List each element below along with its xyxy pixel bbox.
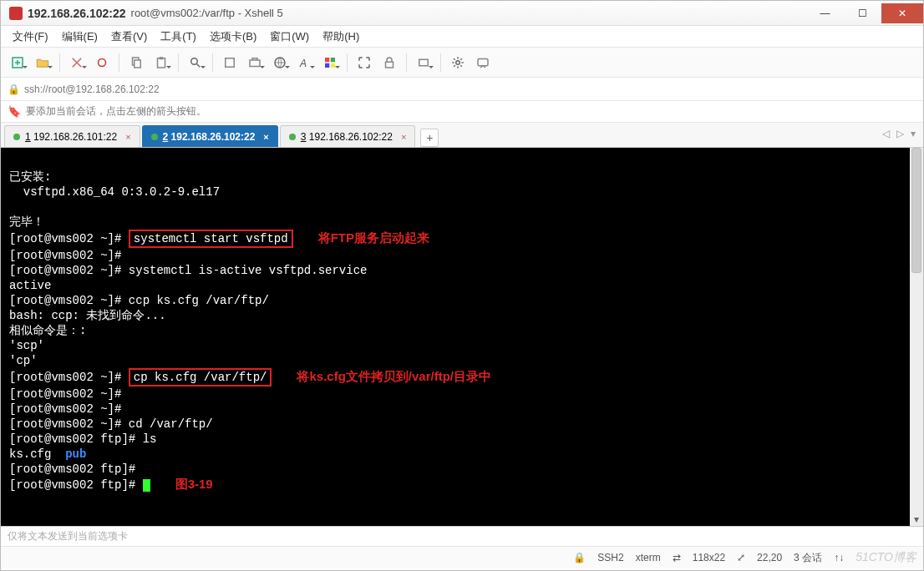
open-session-button[interactable] (31, 51, 54, 74)
hint-bar: 🔖 要添加当前会话，点击左侧的箭头按钮。 (1, 101, 923, 123)
term-line: [root@vms002 ~]# (9, 249, 121, 262)
toolbar: A (1, 48, 923, 78)
separator (212, 53, 213, 72)
help-button[interactable] (471, 51, 495, 74)
menu-bar: 文件(F) 编辑(E) 查看(V) 工具(T) 选项卡(B) 窗口(W) 帮助(… (1, 26, 923, 48)
separator (59, 53, 60, 72)
svg-rect-11 (325, 58, 329, 62)
minimize-button[interactable]: — (806, 3, 844, 23)
term-prompt: [root@vms002 ~]# (9, 371, 129, 384)
properties-button[interactable] (218, 51, 241, 74)
send-input-placeholder: 仅将文本发送到当前选项卡 (8, 529, 128, 543)
tab-label: 3 192.168.26.102:22 (301, 131, 393, 143)
close-tab-icon[interactable]: × (401, 132, 406, 142)
scroll-thumb[interactable] (911, 148, 921, 273)
close-button[interactable]: ✕ (881, 3, 923, 23)
menu-tools[interactable]: 工具(T) (155, 27, 201, 47)
svg-text:A: A (299, 57, 307, 68)
status-protocol: SSH2 (597, 552, 623, 563)
menu-file[interactable]: 文件(F) (8, 27, 53, 47)
terminal-output: 已安装: vsftpd.x86_64 0:3.0.2-9.el17 完毕！ [r… (1, 148, 923, 526)
term-prompt: [root@vms002 ~]# (9, 232, 129, 245)
status-termtype: xterm (636, 552, 661, 563)
app-icon (9, 7, 23, 20)
tab-session-2[interactable]: 2 192.168.26.102:22 × (142, 125, 278, 147)
menu-help[interactable]: 帮助(H) (317, 27, 364, 47)
tunnel-button[interactable] (412, 51, 435, 74)
svg-rect-18 (478, 58, 488, 65)
settings-button[interactable] (446, 51, 470, 74)
watermark-text: 51CTO博客 (855, 550, 916, 565)
add-tab-button[interactable]: + (420, 129, 439, 147)
term-line: [root@vms002 ~]# (9, 402, 121, 416)
term-line: [root@vms002 ~]# systemctl is-active vsf… (9, 264, 367, 277)
terminal-pane[interactable]: 已安装: vsftpd.x86_64 0:3.0.2-9.el17 完毕！ [r… (1, 148, 923, 527)
lock-icon: 🔒 (573, 552, 586, 563)
language-button[interactable] (268, 51, 292, 74)
svg-point-17 (456, 60, 460, 64)
disconnect-button[interactable] (90, 51, 114, 74)
close-tab-icon[interactable]: × (263, 132, 268, 142)
separator (440, 53, 441, 72)
annotation: 将ks.cfg文件拷贝到/var/ftp/目录中 (297, 369, 491, 383)
transfer-button[interactable] (243, 51, 267, 74)
status-dot-icon (289, 134, 296, 140)
lock-button[interactable] (378, 51, 401, 74)
terminal-scrollbar[interactable]: ▾ (910, 148, 923, 526)
status-size: 118x22 (693, 552, 725, 563)
window-controls: — ☐ ✕ (806, 3, 923, 23)
new-session-button[interactable] (6, 51, 29, 74)
svg-rect-13 (325, 63, 329, 67)
term-line: 已安装: (9, 170, 51, 184)
send-input-bar[interactable]: 仅将文本发送到当前选项卡 (1, 527, 923, 547)
highlighted-command: cp ks.cfg /var/ftp/ (129, 368, 272, 387)
term-line: vsftpd.x86_64 0:3.0.2-9.el17 (9, 185, 220, 199)
svg-rect-4 (158, 58, 165, 67)
annotation: 将FTP服务启动起来 (318, 230, 429, 245)
term-line: [root@vms002 ftp]# (9, 462, 135, 476)
bookmark-icon[interactable]: 🔖 (8, 105, 21, 118)
tab-bar: 1 192.168.26.101:22 × 2 192.168.26.102:2… (1, 123, 923, 148)
term-line: [root@vms002 ~]# (9, 387, 121, 401)
term-prompt: [root@vms002 ftp]# (9, 478, 143, 492)
close-tab-icon[interactable]: × (125, 132, 130, 142)
tab-session-3[interactable]: 3 192.168.26.102:22 × (280, 125, 416, 147)
tab-label: 2 192.168.26.102:22 (163, 131, 256, 143)
svg-rect-16 (419, 59, 429, 66)
tab-session-1[interactable]: 1 192.168.26.101:22 × (4, 125, 140, 147)
term-line: [root@vms002 ~]# cd /var/ftp/ (9, 417, 213, 431)
position-icon: ⤢ (737, 552, 745, 563)
fullscreen-button[interactable] (353, 51, 376, 74)
term-line: [root@vms002 ~]# ccp ks.cfg /var/ftp/ (9, 294, 269, 307)
tab-list-button[interactable]: ▾ (908, 128, 918, 139)
menu-edit[interactable]: 编辑(E) (57, 27, 103, 47)
svg-rect-5 (160, 57, 164, 59)
menu-tabs[interactable]: 选项卡(B) (205, 27, 261, 47)
paste-button[interactable] (150, 51, 173, 74)
scroll-down-icon[interactable]: ▾ (910, 513, 923, 526)
window-title-main: 192.168.26.102:22 (28, 7, 126, 20)
svg-rect-12 (331, 58, 335, 62)
status-dot-icon (13, 134, 20, 140)
font-button[interactable]: A (293, 51, 317, 74)
svg-rect-15 (386, 62, 393, 68)
resize-icon: ⇄ (673, 552, 681, 563)
tab-prev-button[interactable]: ◁ (880, 128, 892, 139)
color-button[interactable] (318, 51, 342, 74)
find-button[interactable] (184, 51, 207, 74)
tab-next-button[interactable]: ▷ (894, 128, 906, 139)
term-line: 'scp' (9, 339, 44, 352)
svg-rect-7 (226, 58, 235, 67)
separator (406, 53, 407, 72)
copy-button[interactable] (124, 51, 148, 74)
network-icon: ↑↓ (834, 552, 844, 563)
maximize-button[interactable]: ☐ (844, 3, 881, 23)
window-title-sub: root@vms002:/var/ftp - Xshell 5 (131, 7, 283, 19)
menu-view[interactable]: 查看(V) (106, 27, 152, 47)
svg-rect-8 (250, 60, 260, 67)
address-bar[interactable]: 🔒 ssh://root@192.168.26.102:22 (1, 78, 923, 101)
reconnect-button[interactable] (65, 51, 89, 74)
menu-window[interactable]: 窗口(W) (265, 27, 314, 47)
term-line: [root@vms002 ftp]# ls (9, 432, 156, 446)
lock-icon: 🔒 (8, 83, 19, 95)
